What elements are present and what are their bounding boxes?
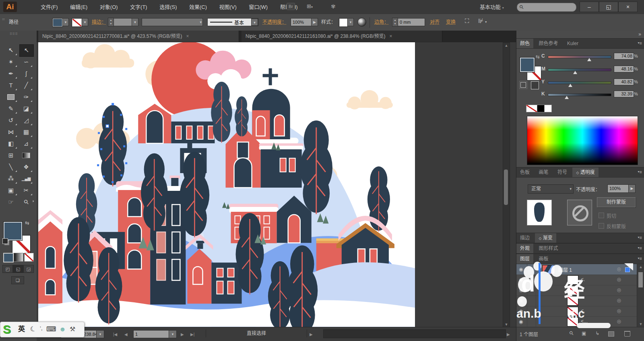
fill-proxy-swatch[interactable] (3, 221, 23, 241)
tab-gradient[interactable]: ◇ 渐变 (535, 233, 556, 243)
target-icon[interactable]: ◎ (617, 287, 621, 293)
default-fill-stroke-icon[interactable] (2, 238, 8, 244)
new-layer-icon[interactable] (608, 331, 614, 337)
last-artboard-icon[interactable]: ▶| (190, 331, 194, 339)
menu-view[interactable]: 视图(V) (214, 0, 242, 14)
canvas-viewport[interactable]: ▲ ▼ (37, 42, 516, 327)
direct-selection-tool[interactable]: ↖ (19, 44, 34, 57)
pen-tool[interactable]: ✒ (4, 68, 18, 79)
color-spectrum[interactable] (527, 116, 638, 165)
layer-row-3[interactable]: ◉ ◎ (516, 285, 637, 296)
variable-width-profile-dropdown[interactable]: ▾ (142, 18, 203, 26)
vertical-scrollbar[interactable]: ▲ ▼ (503, 42, 510, 327)
cs-live-icon[interactable]: ✾ (331, 3, 336, 10)
magic-wand-tool[interactable]: ✶ (4, 56, 18, 68)
white-swatch[interactable] (544, 105, 552, 112)
rotate-tool[interactable]: ↺ (4, 114, 18, 126)
disclosure-icon[interactable]: ▼ (537, 267, 541, 271)
arrange-documents-icon[interactable]: ⊞▾ (307, 3, 313, 9)
stroke-weight-stepper[interactable]: ▴▾ (108, 18, 114, 27)
slider-m[interactable] (548, 68, 611, 71)
document-tab-2[interactable]: Nipic_8840_20200602142112161080.ai* @ 23… (242, 31, 442, 42)
tab-swatches[interactable]: 色板 (516, 167, 533, 177)
vscroll-thumb[interactable] (504, 169, 508, 205)
tab-transparency[interactable]: ◇ 透明度 (572, 167, 598, 177)
tab-color[interactable]: 颜色 (516, 39, 533, 48)
column-graph-tool[interactable]: ▁▄▆ (19, 173, 33, 184)
layer-row-1[interactable]: ◉ ▼ 图层 1 ◎ (516, 264, 637, 275)
tab-layers[interactable]: 图层 (516, 254, 533, 264)
keyboard-icon[interactable]: ⌨ (46, 322, 56, 336)
menu-window[interactable]: 窗口(W) (244, 0, 273, 14)
tab-color-guide[interactable]: 颜色参考 (535, 39, 561, 48)
close-button[interactable]: × (618, 2, 638, 12)
lasso-tool[interactable]: ∽ (19, 56, 33, 68)
tab-appearance[interactable]: 外观 (516, 244, 533, 253)
layer-row-2[interactable]: ◉ <. ◎ (516, 275, 637, 285)
prev-artboard-icon[interactable]: ◀ (124, 331, 128, 339)
value-m[interactable]: 48.16 (614, 66, 634, 72)
corner-link[interactable]: 边角： (374, 18, 389, 26)
make-mask-button[interactable]: 制作蒙版 (597, 197, 636, 207)
stroke-weight-dropdown[interactable]: ▾ (132, 18, 138, 26)
align-link[interactable]: 对齐 (430, 18, 440, 26)
hscroll-right-icon[interactable]: ▶ (507, 331, 510, 339)
clip-checkbox[interactable] (599, 213, 604, 218)
layer-row-5[interactable]: ◉ <, ◎ (516, 306, 637, 317)
scroll-up-icon[interactable]: ▲ (503, 43, 510, 48)
gradient-tool[interactable] (19, 149, 33, 161)
scale-tool[interactable]: ◿ (19, 114, 33, 126)
layer-thumbnail[interactable] (542, 265, 555, 274)
select-similar-icon[interactable]: ⊮ ▾ (478, 17, 487, 25)
target-icon[interactable]: ◎ (617, 318, 621, 324)
layer-thumbnail[interactable] (567, 286, 578, 295)
tab-artboards[interactable]: 画板 (535, 254, 552, 264)
tab-symbols[interactable]: 符号 (554, 167, 571, 177)
target-icon[interactable]: ◎ (617, 266, 621, 272)
slider-handle[interactable] (573, 71, 577, 74)
target-icon[interactable]: ◎ (617, 277, 621, 282)
stroke-weight-link[interactable]: 描边： (92, 18, 106, 26)
menu-object[interactable]: 对象(O) (95, 0, 123, 14)
panel-menu-icon[interactable]: ▾≡ (638, 41, 642, 45)
width-tool[interactable]: ⋈ (4, 126, 18, 138)
out-of-gamut-cube-icon[interactable] (520, 82, 526, 88)
fill-color-swatch[interactable] (52, 18, 63, 27)
first-artboard-icon[interactable]: |◀ (113, 331, 117, 339)
punctuation-icon[interactable]: ’, (40, 321, 43, 335)
tab-close-icon[interactable]: × (390, 33, 392, 39)
gradient-mode-button[interactable] (14, 253, 23, 262)
wrench-icon[interactable]: ⚒ (70, 322, 75, 336)
pencil-tool[interactable]: ✎ (4, 103, 18, 114)
target-icon[interactable]: ◎ (617, 298, 621, 303)
transform-link[interactable]: 变换 (446, 18, 456, 26)
corner-stepper[interactable]: ▴▾ (392, 18, 398, 27)
curvature-pen-tool[interactable]: ʃ (19, 68, 33, 79)
document-tab-1[interactable]: Nipic_8840_20200602142112770081.ai* @ 42… (38, 31, 239, 42)
locate-object-icon[interactable]: ⚲ (568, 330, 575, 337)
none-swatch[interactable] (526, 105, 537, 112)
tab-kuler[interactable]: Kuler (564, 39, 582, 48)
fill-color-dropdown[interactable]: ▾ (62, 18, 69, 26)
screen-mode-button[interactable]: ❏ (11, 276, 24, 284)
artboard[interactable] (38, 42, 415, 327)
draw-normal-button[interactable]: ◰ (2, 265, 13, 273)
artboard-nav-dropdown[interactable]: ▾ (169, 330, 177, 338)
black-swatch[interactable] (537, 105, 545, 112)
slider-k[interactable] (548, 93, 611, 96)
slider-handle[interactable] (568, 84, 572, 87)
next-artboard-icon[interactable]: ▶ (181, 331, 184, 339)
rectangle-tool[interactable] (4, 91, 18, 103)
draw-behind-button[interactable]: ◱ (13, 265, 23, 273)
scroll-down-icon[interactable]: ▼ (637, 322, 644, 326)
scroll-up-icon[interactable]: ▲ (637, 265, 644, 269)
eyedropper-tool[interactable]: ╲ (4, 161, 18, 173)
layer-name[interactable]: 图层 1 (558, 266, 572, 273)
make-clipping-mask-icon[interactable]: ▣ (582, 331, 586, 336)
menu-effect[interactable]: 效果(C) (184, 0, 212, 14)
selection-indicator[interactable] (625, 267, 630, 272)
control-bar-grip[interactable]: ⠿ (1, 18, 5, 21)
gamut-swatch[interactable] (531, 81, 539, 89)
menu-file[interactable]: 文件(F) (35, 0, 63, 14)
paintbrush-tool[interactable]: ✑ (19, 91, 33, 103)
